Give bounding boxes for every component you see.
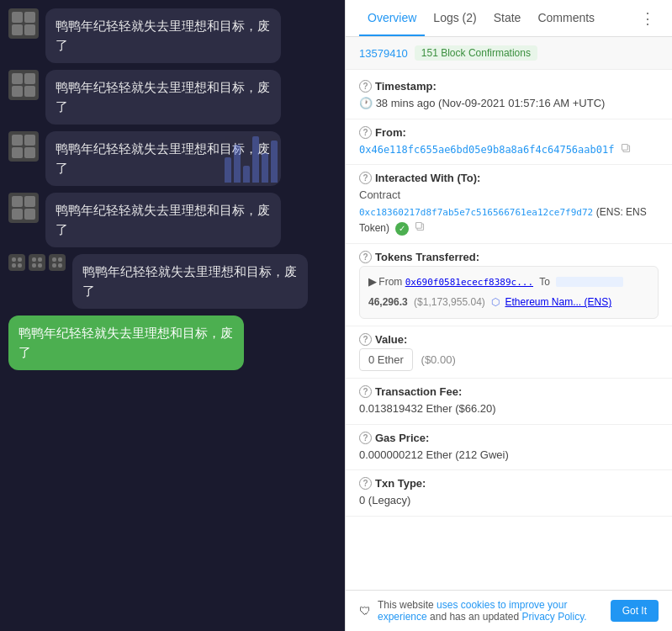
- chat-panel: 鸭鸭年纪轻轻就失去里理想和目标，废了 鸭鸭年纪轻轻就失去里理想和目标，废了 鸭鸭…: [0, 0, 345, 631]
- avatar: [8, 70, 39, 100]
- question-icon: ?: [359, 126, 372, 139]
- list-item: 鸭鸭年纪轻轻就失去里理想和目标，废了: [8, 8, 336, 63]
- list-item: 鸭鸭年纪轻轻就失去里理想和目标，废了: [8, 193, 336, 247]
- confirmations-badge: 151 Block Confirmations: [415, 45, 537, 61]
- tab-bar: Overview Logs (2) State Comments ⋮: [346, 0, 672, 37]
- interacted-type: Contract: [359, 187, 659, 204]
- value-label: ? Value:: [359, 333, 659, 346]
- fee-label: ? Transaction Fee:: [359, 385, 659, 398]
- tab-comments[interactable]: Comments: [529, 1, 603, 36]
- message-bubble: 鸭鸭年纪轻轻就失去里理想和目标，废了: [45, 131, 281, 186]
- value-value: 0 Ether ($0.00): [359, 348, 659, 372]
- clock-icon: 🕐: [359, 97, 373, 109]
- txn-header: 13579410 151 Block Confirmations: [346, 37, 672, 70]
- value-usd: ($0.00): [421, 353, 456, 366]
- question-icon: ?: [359, 80, 372, 93]
- tokens-transfer-box: ▶ From 0x690f0581ececf8389c... To 46,296…: [359, 266, 659, 319]
- message-text: 鸭鸭年纪轻轻就失去里理想和目标，废了: [56, 80, 270, 114]
- interacted-label: ? Interacted With (To):: [359, 172, 659, 184]
- avatar: [8, 193, 39, 223]
- tab-overview[interactable]: Overview: [359, 1, 425, 36]
- txntype-label: ? Txn Type:: [359, 477, 659, 490]
- txntype-value: 0 (Legacy): [359, 492, 659, 509]
- from-value: 0x46e118fc655ae6bd05e9b8a8a6f4c64756aab0…: [359, 141, 659, 158]
- txntype-row: ? Txn Type: 0 (Legacy): [346, 470, 672, 517]
- tokens-to-address: [556, 277, 623, 287]
- from-label: ? From:: [359, 126, 659, 139]
- from-row: ? From: 0x46e118fc655ae6bd05e9b8a8a6f4c6…: [346, 119, 672, 166]
- tab-state[interactable]: State: [485, 1, 530, 36]
- tab-logs[interactable]: Logs (2): [425, 1, 484, 36]
- tokens-usd: ($1,173,955.04): [414, 296, 485, 308]
- got-it-button[interactable]: Got It: [611, 600, 659, 622]
- interacted-value: Contract 0xc18360217d8f7ab5e7c516566761e…: [359, 187, 659, 236]
- value-eth: 0 Ether: [359, 348, 413, 372]
- gas-label: ? Gas Price:: [359, 432, 659, 444]
- privacy-link[interactable]: Privacy Policy.: [521, 611, 586, 623]
- question-icon: ?: [359, 251, 372, 263]
- message-text: 鸭鸭年纪轻轻就失去里理想和目标，废了: [56, 203, 270, 236]
- list-item: 鸭鸭年纪轻轻就失去里理想和目标，废了: [8, 316, 336, 370]
- timestamp-row: ? Timestamp: 🕐 38 mins ago (Nov-09-2021 …: [346, 73, 672, 119]
- avatar: [8, 254, 25, 271]
- fee-row: ? Transaction Fee: 0.013819432 Ether ($6…: [346, 379, 672, 425]
- shield-icon: 🛡: [359, 604, 371, 618]
- detail-content: ? Timestamp: 🕐 38 mins ago (Nov-09-2021 …: [346, 70, 672, 590]
- avatar: [29, 254, 45, 271]
- from-address-link[interactable]: 0x46e118fc655ae6bd05e9b8a8a6f4c64756aab0…: [359, 144, 614, 156]
- arrow-right-icon: ▶: [368, 276, 376, 288]
- question-icon: ?: [359, 477, 372, 490]
- timestamp-label: ? Timestamp:: [359, 80, 659, 93]
- tokens-from-link[interactable]: 0x690f0581ececf8389c...: [405, 277, 533, 288]
- message-bubble-outgoing: 鸭鸭年纪轻轻就失去里理想和目标，废了: [8, 316, 244, 370]
- list-item: 鸭鸭年纪轻轻就失去里理想和目标，废了: [8, 254, 336, 309]
- interacted-address-link[interactable]: 0xc18360217d8f7ab5e7c516566761ea12ce7f9d…: [359, 207, 593, 218]
- verified-icon: ✓: [395, 222, 409, 236]
- cookie-bar: 🛡 This website uses cookies to improve y…: [346, 590, 672, 631]
- question-icon: ?: [359, 385, 372, 398]
- svg-rect-3: [416, 223, 422, 229]
- tokens-row: ? Tokens Transferred: ▶ From 0x690f0581e…: [346, 244, 672, 326]
- transaction-id[interactable]: 13579410: [359, 47, 408, 60]
- value-row: ? Value: 0 Ether ($0.00): [346, 326, 672, 379]
- cookie-text: This website uses cookies to improve you…: [378, 599, 597, 623]
- svg-rect-1: [622, 144, 628, 150]
- more-options-icon[interactable]: ⋮: [637, 9, 659, 28]
- avatar: [8, 131, 39, 162]
- message-text: 鸭鸭年纪轻轻就失去里理想和目标，废了: [56, 19, 270, 52]
- message-bubble: 鸭鸭年纪轻轻就失去里理想和目标，废了: [45, 70, 281, 125]
- copy-icon[interactable]: [415, 220, 426, 231]
- list-item: 鸭鸭年纪轻轻就失去里理想和目标，废了: [8, 70, 336, 125]
- detail-panel: Overview Logs (2) State Comments ⋮ 13579…: [345, 0, 672, 631]
- gas-value: 0.000000212 Ether (212 Gwei): [359, 447, 659, 464]
- tokens-name-link[interactable]: Ethereum Nam... (ENS): [505, 296, 611, 308]
- chart-decoration: [221, 133, 281, 186]
- tokens-amount-line: 46,296.3 ($1,173,955.04) ⬡ Ethereum Nam.…: [368, 294, 649, 310]
- tokens-from-line: ▶ From 0x690f0581ececf8389c... To: [368, 273, 649, 291]
- message-text: 鸭鸭年纪轻轻就失去里理想和目标，废了: [82, 264, 297, 298]
- gas-row: ? Gas Price: 0.000000212 Ether (212 Gwei…: [346, 425, 672, 471]
- tokens-amount: 46,296.3: [368, 296, 408, 308]
- question-icon: ?: [359, 172, 372, 184]
- fee-value: 0.013819432 Ether ($66.20): [359, 400, 659, 417]
- message-bubble: 鸭鸭年纪轻轻就失去里理想和目标，废了: [72, 254, 308, 309]
- interacted-row: ? Interacted With (To): Contract 0xc1836…: [346, 165, 672, 244]
- tokens-label: ? Tokens Transferred:: [359, 251, 659, 263]
- question-icon: ?: [359, 333, 372, 346]
- avatar: [8, 8, 39, 39]
- list-item: 鸭鸭年纪轻轻就失去里理想和目标，废了: [8, 131, 336, 186]
- message-bubble: 鸭鸭年纪轻轻就失去里理想和目标，废了: [45, 193, 281, 247]
- copy-icon[interactable]: [621, 141, 632, 153]
- avatar: [49, 254, 66, 271]
- message-bubble: 鸭鸭年纪轻轻就失去里理想和目标，废了: [45, 8, 281, 63]
- message-text: 鸭鸭年纪轻轻就失去里理想和目标，废了: [19, 326, 233, 359]
- question-icon: ?: [359, 432, 372, 444]
- timestamp-value: 🕐 38 mins ago (Nov-09-2021 01:57:16 AM +…: [359, 95, 659, 112]
- eth-logo: ⬡: [491, 296, 500, 308]
